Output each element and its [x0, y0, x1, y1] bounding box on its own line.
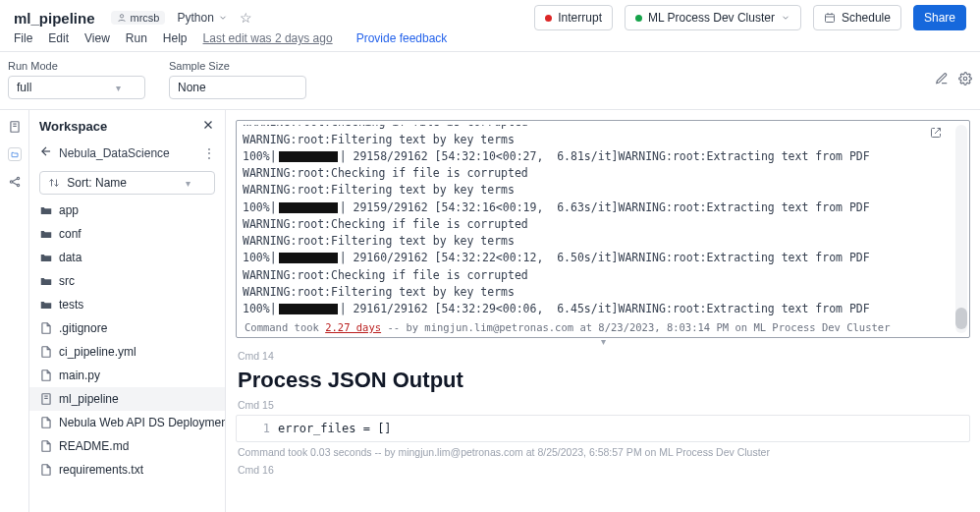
svg-point-9 — [10, 181, 12, 183]
section-title: Process JSON Output — [238, 368, 970, 393]
file-icon — [39, 439, 53, 453]
chevron-down-icon — [218, 13, 228, 23]
svg-line-22 — [935, 129, 941, 135]
log-output[interactable]: 100%|| 29157/29162 [54:32:04<00:35, 7.03… — [243, 125, 963, 317]
notebook-name[interactable]: ml_pipeline — [14, 10, 95, 27]
workspace-item[interactable]: README.md — [29, 434, 225, 458]
feedback-link[interactable]: Provide feedback — [356, 31, 448, 45]
svg-rect-1 — [825, 15, 834, 23]
menu-help[interactable]: Help — [163, 31, 188, 45]
last-edit-link[interactable]: Last edit was 2 days ago — [203, 31, 333, 45]
scrollbar[interactable] — [955, 125, 967, 333]
favorite-star-icon[interactable]: ☆ — [240, 10, 252, 26]
output-cell: 100%|| 29157/29162 [54:32:04<00:35, 7.03… — [236, 120, 970, 338]
scrollbar-thumb[interactable] — [955, 308, 967, 329]
menu-file[interactable]: File — [14, 31, 32, 45]
run-bar: Run Mode full ▾ Sample Size None — [0, 52, 980, 110]
workspace-item[interactable]: ci_pipeline.yml — [29, 340, 225, 364]
schedule-button[interactable]: Schedule — [813, 5, 901, 30]
popout-icon[interactable] — [930, 127, 942, 142]
menu-view[interactable]: View — [84, 31, 110, 45]
sort-icon — [48, 177, 60, 189]
share-button[interactable]: Share — [913, 5, 966, 30]
close-icon[interactable] — [201, 118, 215, 135]
item-name: conf — [59, 227, 82, 241]
menu-run[interactable]: Run — [126, 31, 147, 45]
svg-point-10 — [17, 177, 19, 179]
item-name: data — [59, 251, 82, 264]
left-rail — [0, 110, 29, 512]
command-footer: Command took 2.27 days -- by mingjun.lim… — [243, 317, 963, 333]
folder-icon — [39, 251, 53, 264]
language-selector[interactable]: Python — [177, 11, 227, 25]
back-icon[interactable] — [39, 144, 53, 161]
runmode-select[interactable]: full ▾ — [8, 76, 145, 99]
svg-point-0 — [120, 15, 123, 18]
file-icon — [39, 321, 53, 335]
folder-icon[interactable] — [8, 147, 22, 161]
menu-bar: File Edit View Run Help Last edit was 2 … — [0, 29, 980, 52]
status-dot-icon — [635, 15, 642, 22]
svg-point-11 — [17, 184, 19, 186]
item-name: ml_pipeline — [59, 392, 119, 406]
item-name: README.md — [59, 439, 129, 453]
item-name: app — [59, 203, 79, 217]
svg-line-12 — [12, 179, 17, 181]
cluster-selector[interactable]: ML Process Dev Cluster — [625, 5, 801, 30]
notebook-main[interactable]: 100%|| 29157/29162 [54:32:04<00:35, 7.03… — [226, 110, 980, 512]
gear-icon[interactable] — [958, 72, 972, 88]
workspace-item[interactable]: app — [29, 199, 225, 222]
workspace-item[interactable]: tests — [29, 293, 225, 316]
interrupt-button[interactable]: Interrupt — [534, 5, 613, 30]
workspace-item[interactable]: main.py — [29, 364, 225, 387]
duration-link[interactable]: 2.27 days — [325, 321, 381, 333]
file-icon — [39, 345, 53, 359]
svg-line-13 — [12, 183, 17, 185]
workspace-item[interactable]: src — [29, 269, 225, 293]
item-name: Nebula Web API DS Deployment.j... — [59, 416, 225, 429]
workspace-list[interactable]: appconfdatasrctests.gitignoreci_pipeline… — [29, 199, 225, 512]
workspace-item[interactable]: data — [29, 246, 225, 269]
code-cell[interactable]: 1error_files = [] — [236, 415, 970, 442]
samplesize-select[interactable]: None — [169, 76, 306, 99]
edit-icon[interactable] — [935, 72, 949, 88]
line-number: 1 — [243, 422, 270, 435]
chevron-down-icon: ▾ — [186, 178, 191, 189]
share-tree-icon[interactable] — [8, 175, 22, 189]
item-name: ci_pipeline.yml — [59, 345, 136, 359]
person-icon — [117, 13, 127, 23]
chevron-down-icon — [781, 13, 790, 23]
header-bar: ml_pipeline mrcsb Python ☆ Interrupt ML … — [0, 0, 980, 29]
workspace-item[interactable]: Nebula Web API DS Deployment.j... — [29, 411, 225, 434]
resize-handle[interactable]: ▾ — [236, 338, 970, 344]
cmd-label: Cmd 15 — [238, 399, 970, 411]
item-name: requirements.txt — [59, 463, 143, 477]
menu-edit[interactable]: Edit — [48, 31, 69, 45]
samplesize-label: Sample Size — [169, 60, 306, 72]
file-icon — [39, 416, 53, 429]
owner-chip[interactable]: mrcsb — [111, 11, 166, 25]
owner-name: mrcsb — [131, 12, 160, 24]
workspace-panel: Workspace Nebula_DataScience ⋮ Sort: Nam… — [29, 110, 226, 512]
folder-icon — [39, 274, 53, 288]
workspace-title: Workspace — [39, 119, 107, 134]
chevron-down-icon: ▾ — [116, 83, 121, 93]
workspace-item[interactable]: .gitignore — [29, 316, 225, 340]
notebook-icon[interactable] — [8, 120, 22, 134]
workspace-item[interactable]: ml_pipeline — [29, 387, 225, 411]
sort-select[interactable]: Sort: Name ▾ — [39, 171, 215, 195]
kebab-icon[interactable]: ⋮ — [203, 146, 215, 160]
file-icon — [39, 369, 53, 382]
item-name: .gitignore — [59, 321, 107, 335]
stop-icon — [545, 15, 552, 22]
workspace-item[interactable]: conf — [29, 222, 225, 246]
breadcrumb[interactable]: Nebula_DataScience — [59, 146, 170, 160]
runmode-label: Run Mode — [8, 60, 145, 72]
calendar-icon — [824, 12, 836, 24]
language-label: Python — [177, 11, 213, 25]
svg-point-5 — [963, 77, 967, 81]
command-footer: Command took 0.03 seconds -- by mingjun.… — [236, 442, 970, 458]
folder-icon — [39, 203, 53, 217]
workspace-item[interactable]: requirements.txt — [29, 458, 225, 482]
item-name: tests — [59, 298, 83, 312]
